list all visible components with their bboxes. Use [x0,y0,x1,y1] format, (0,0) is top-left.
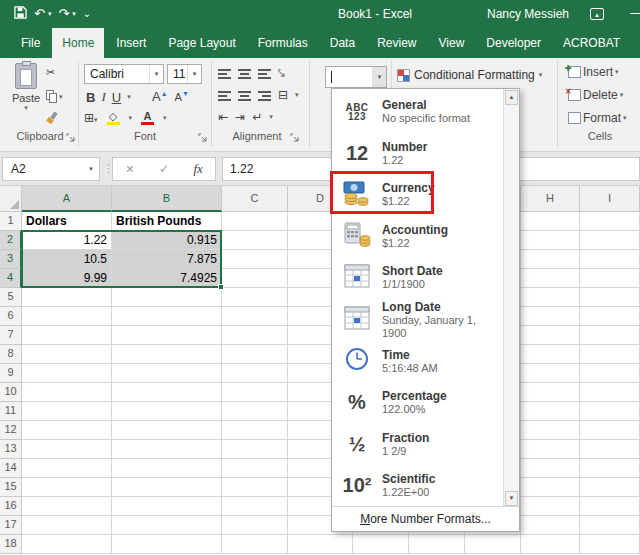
cell-C6[interactable] [222,307,288,326]
row-header-2[interactable]: 2 [0,231,22,250]
cell-B8[interactable] [112,345,222,364]
more-number-formats-button[interactable]: More Number Formats... [332,506,519,531]
select-all-corner[interactable] [0,186,22,212]
align-middle-button[interactable] [238,68,251,79]
name-box[interactable]: A2 ▾ [2,157,100,181]
cell-H1[interactable] [521,212,580,231]
undo-dropdown-icon[interactable]: ▾ [48,10,52,18]
cell-A9[interactable] [22,364,112,383]
minimize-icon[interactable]: — [630,0,640,26]
align-right-button[interactable] [258,90,271,101]
column-header-I[interactable]: I [580,186,640,212]
decrease-font-button[interactable]: A▼ [175,90,189,103]
cell-B14[interactable] [112,459,222,478]
font-color-button[interactable]: A [141,111,154,125]
cell-A3[interactable]: 10.5 [22,250,112,269]
cell-H2[interactable] [521,231,580,250]
cell-B17[interactable] [112,516,222,535]
cell-H18[interactable] [521,535,580,554]
cell-I15[interactable] [580,478,640,497]
tab-view[interactable]: View [429,28,475,58]
row-header-1[interactable]: 1 [0,212,22,231]
cell-H14[interactable] [521,459,580,478]
cell-B11[interactable] [112,402,222,421]
tab-data[interactable]: Data [320,28,365,58]
align-top-button[interactable] [218,68,231,79]
cell-I4[interactable] [580,269,640,288]
row-header-6[interactable]: 6 [0,307,22,326]
cell-C11[interactable] [222,402,288,421]
row-header-12[interactable]: 12 [0,421,22,440]
cell-C18[interactable] [222,535,288,554]
cell-B16[interactable] [112,497,222,516]
cell-I16[interactable] [580,497,640,516]
row-header-3[interactable]: 3 [0,250,22,269]
cell-A18[interactable] [22,535,112,554]
undo-icon[interactable]: ↶ [34,0,45,28]
format-option-fraction[interactable]: ½Fraction1 2/9 [332,424,503,465]
cell-H15[interactable] [521,478,580,497]
number-format-combo[interactable]: ▾ [325,66,387,88]
cell-I13[interactable] [580,440,640,459]
cell-B5[interactable] [112,288,222,307]
row-header-10[interactable]: 10 [0,383,22,402]
cell-C16[interactable] [222,497,288,516]
cell-C14[interactable] [222,459,288,478]
row-header-17[interactable]: 17 [0,516,22,535]
save-icon[interactable] [14,5,27,23]
cell-H11[interactable] [521,402,580,421]
row-header-9[interactable]: 9 [0,364,22,383]
worksheet-grid[interactable]: ABCDEFGHI1DollarsBritish Pounds21.220.91… [0,186,640,555]
cell-C1[interactable] [222,212,288,231]
orientation-button[interactable]: ⤥ [278,66,285,80]
tab-acrobat[interactable]: ACROBAT [553,28,630,58]
cell-C12[interactable] [222,421,288,440]
format-option-time[interactable]: Time5:16:48 AM [332,341,503,382]
format-option-number[interactable]: 12Number1.22 [332,133,503,174]
format-option-percentage[interactable]: %Percentage122.00% [332,382,503,423]
cell-A14[interactable] [22,459,112,478]
cell-A13[interactable] [22,440,112,459]
cell-C8[interactable] [222,345,288,364]
cell-D18[interactable] [288,535,353,554]
row-header-11[interactable]: 11 [0,402,22,421]
cell-C17[interactable] [222,516,288,535]
cell-I11[interactable] [580,402,640,421]
bold-button[interactable]: B [86,90,95,105]
cell-A2[interactable]: 1.22 [22,231,112,250]
cell-A6[interactable] [22,307,112,326]
row-header-4[interactable]: 4 [0,269,22,288]
cell-C5[interactable] [222,288,288,307]
cell-B13[interactable] [112,440,222,459]
insert-function-icon[interactable]: fx [193,161,202,177]
cell-H7[interactable] [521,326,580,345]
paste-button[interactable]: Paste ▾ [8,63,44,127]
cell-B18[interactable] [112,535,222,554]
borders-button[interactable]: ⊞▾ [84,111,98,125]
cell-I10[interactable] [580,383,640,402]
redo-dropdown-icon[interactable]: ▾ [72,10,76,18]
cell-C15[interactable] [222,478,288,497]
row-header-16[interactable]: 16 [0,497,22,516]
column-header-H[interactable]: H [521,186,580,212]
cell-I9[interactable] [580,364,640,383]
user-name[interactable]: Nancy Messieh [483,0,573,28]
cell-C3[interactable] [222,250,288,269]
dropdown-scrollbar[interactable]: ▲ ▼ [503,89,519,507]
cell-I8[interactable] [580,345,640,364]
delete-cells-button[interactable]: ✕ Delete▾ [568,88,623,102]
cell-G18[interactable] [465,535,521,554]
cell-A8[interactable] [22,345,112,364]
cell-B6[interactable] [112,307,222,326]
cell-I7[interactable] [580,326,640,345]
clipboard-dialog-launcher-icon[interactable] [66,133,75,142]
customize-qat-icon[interactable]: ⌄ [83,0,91,28]
row-header-7[interactable]: 7 [0,326,22,345]
tab-file[interactable]: File [11,28,50,58]
cell-H17[interactable] [521,516,580,535]
fill-color-button[interactable]: ◇ [107,111,120,125]
cell-B1[interactable]: British Pounds [112,212,222,231]
cell-H6[interactable] [521,307,580,326]
cell-E18[interactable] [353,535,409,554]
cell-H3[interactable] [521,250,580,269]
